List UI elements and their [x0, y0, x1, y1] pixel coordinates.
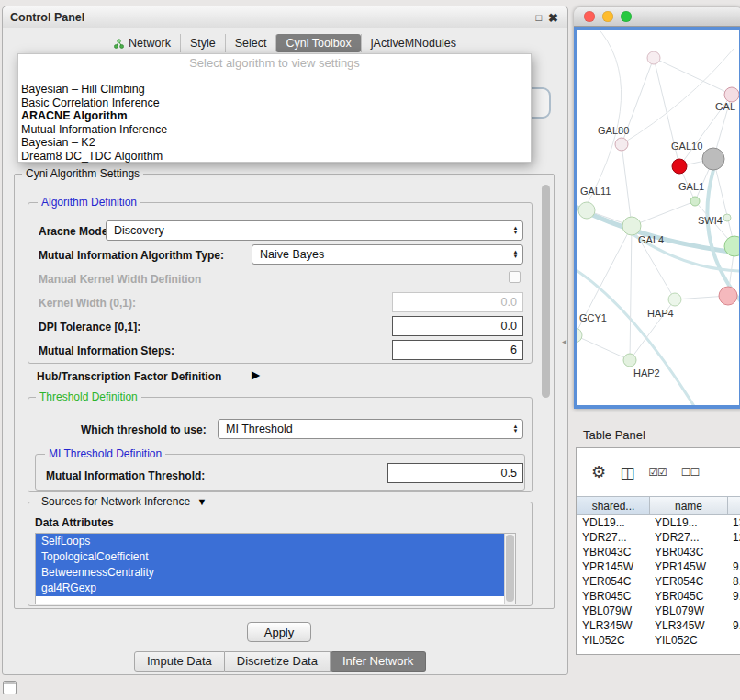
which-threshold-select[interactable]: MI Threshold ▲▼: [218, 419, 523, 439]
bottom-tab-discretize-data[interactable]: Discretize Data: [225, 651, 331, 672]
algorithm-option-basic-correlation-inference[interactable]: Basic Correlation Inference: [18, 96, 531, 110]
aracne-mode-value: Discovery: [107, 224, 509, 237]
kernel-width-input[interactable]: [392, 292, 523, 312]
collapse-down-icon[interactable]: ▼: [196, 496, 207, 507]
control-panel-titlebar[interactable]: Control Panel □ ✖: [3, 6, 567, 28]
algorithm-option-bayesian-k2[interactable]: Bayesian – K2: [18, 136, 531, 150]
sources-title[interactable]: Sources for Network Inference: [41, 495, 190, 508]
mi-steps-input[interactable]: [392, 340, 523, 360]
deselect-all-icon[interactable]: ☐☐: [681, 466, 700, 479]
network-node-gal10[interactable]: [672, 159, 687, 174]
table-cell: [727, 604, 740, 618]
algorithm-option-aracne-algorithm[interactable]: ARACNE Algorithm: [18, 109, 531, 123]
network-icon: [114, 39, 124, 49]
algorithm-option-bayesian-hill-climbing[interactable]: Bayesian – Hill Climbing: [18, 83, 531, 96]
mi-threshold-input[interactable]: [387, 463, 523, 483]
expand-right-icon[interactable]: ▶: [252, 368, 260, 381]
table-row[interactable]: YPR145WYPR145W9...: [577, 559, 740, 574]
bottom-tab-infer-network[interactable]: Infer Network: [331, 651, 426, 672]
divider-collapse-icon[interactable]: ◂: [562, 336, 566, 346]
close-window-icon[interactable]: ✖: [548, 11, 558, 25]
apply-button[interactable]: Apply: [247, 622, 311, 642]
zoom-traffic-light-icon[interactable]: [621, 11, 632, 22]
hub-section-label[interactable]: Hub/Transcription Factor Definition: [37, 370, 221, 383]
dpi-tolerance-input[interactable]: [392, 316, 523, 336]
float-window-icon[interactable]: □: [535, 12, 542, 23]
tab-cyni-toolbox[interactable]: Cyni Toolbox: [275, 34, 360, 52]
cyni-algorithm-settings-group: Cyni Algorithm Settings Algorithm Defini…: [14, 174, 555, 609]
column-header-name[interactable]: name: [649, 496, 727, 515]
settings-scrollbar[interactable]: [540, 177, 552, 605]
network-edge-band: [577, 267, 697, 409]
network-node-gal4[interactable]: [622, 217, 641, 235]
network-node-gcy1[interactable]: [577, 328, 582, 343]
algorithm-option-dream8-dc-tdc-algorithm[interactable]: Dream8 DC_TDC Algorithm: [18, 150, 531, 164]
bottom-tab-impute-data[interactable]: Impute Data: [134, 651, 225, 672]
network-window-titlebar[interactable]: [574, 7, 740, 27]
settings-scrollbar-thumb[interactable]: [542, 185, 550, 398]
tab-jactivemnodules[interactable]: jActiveMNodules: [361, 34, 465, 52]
aracne-mode-select[interactable]: Discovery ▲▼: [106, 220, 523, 241]
table-cell: YDR27...: [649, 530, 727, 545]
network-node-hap4[interactable]: [668, 293, 681, 306]
minimized-window-icon[interactable]: [3, 681, 17, 694]
network-node-gal80[interactable]: [615, 138, 628, 151]
table-row[interactable]: YDR27...YDR27...12...: [577, 530, 740, 545]
network-node-pink-right[interactable]: [719, 287, 737, 305]
attribute-betweennesscentrality[interactable]: BetweennessCentrality: [36, 565, 504, 581]
network-edge-band: [587, 30, 622, 205]
tab-select[interactable]: Select: [225, 34, 276, 52]
manual-kernel-checkbox[interactable]: [509, 271, 521, 283]
network-node-gal1[interactable]: [690, 197, 700, 206]
tab-label: jActiveMNodules: [371, 37, 456, 50]
column-header-shared[interactable]: shared...: [577, 496, 649, 515]
column-header-col-2[interactable]: [727, 496, 740, 515]
network-edge: [632, 201, 695, 226]
algorithm-option-mutual-information-inference[interactable]: Mutual Information Inference: [18, 123, 531, 137]
window-buttons: □ ✖: [535, 6, 558, 28]
table-cell: YLR345W: [649, 618, 727, 633]
attribute-gal4rgexp[interactable]: gal4RGexp: [36, 581, 504, 596]
table-row[interactable]: YBL079WYBL079W: [577, 604, 740, 618]
table-cell: YBR043C: [577, 545, 649, 559]
data-attributes-list[interactable]: SelfLoopsTopologicalCoefficientBetweenne…: [35, 533, 516, 604]
attribute-topologicalcoefficient[interactable]: TopologicalCoefficient: [36, 549, 504, 565]
table-row[interactable]: YER054CYER054C8...: [577, 574, 740, 589]
attribute-selfloops[interactable]: SelfLoops: [36, 534, 504, 549]
table-cell: YBR045C: [577, 589, 649, 604]
tab-style[interactable]: Style: [180, 34, 225, 52]
table-row[interactable]: YIL052CYIL052C: [577, 633, 740, 648]
attributes-list-scrollbar[interactable]: [504, 534, 515, 604]
network-node-hap2[interactable]: [623, 354, 636, 367]
table-cell: YDL19...: [649, 515, 727, 530]
table-row[interactable]: YBR043CYBR043C: [577, 545, 740, 559]
combo-arrows-icon: ▲▼: [509, 424, 522, 434]
network-node-gal-partial[interactable]: [724, 87, 739, 102]
tab-network[interactable]: Network: [105, 34, 180, 52]
kernel-width-label: Kernel Width (0,1):: [39, 297, 136, 310]
table-cell: 13...: [727, 515, 740, 530]
network-node-pale-top[interactable]: [647, 51, 660, 64]
network-node-gal11[interactable]: [578, 202, 595, 219]
mi-threshold-group-title: MI Threshold Definition: [45, 447, 165, 461]
mi-type-select[interactable]: Naive Bayes ▲▼: [252, 244, 523, 265]
network-graph[interactable]: GALGAL80GAL10GAL11GAL1SWI4GAL4GCY1HAP4HA…: [577, 30, 740, 409]
table-cell: YIL052C: [649, 633, 727, 648]
table-cell: YER054C: [649, 574, 727, 589]
tab-label: Select: [235, 37, 267, 50]
close-traffic-light-icon[interactable]: [584, 11, 595, 22]
minimize-traffic-light-icon[interactable]: [602, 11, 613, 22]
network-node-hub-gray[interactable]: [702, 148, 724, 170]
attributes-scrollbar-thumb[interactable]: [506, 535, 514, 602]
network-node-swi4[interactable]: [723, 214, 731, 221]
network-canvas-frame: GALGAL80GAL10GAL11GAL1SWI4GAL4GCY1HAP4HA…: [574, 27, 740, 409]
table-row[interactable]: YDL19...YDL19...13...: [577, 515, 740, 530]
select-all-icon[interactable]: ☑☑: [648, 466, 667, 479]
control-panel-window: Control Panel □ ✖ NetworkStyleSelectCyni…: [2, 6, 568, 675]
gear-icon[interactable]: ⚙: [591, 462, 605, 482]
columns-icon[interactable]: ◫: [620, 463, 633, 482]
table-row[interactable]: YBR045CYBR045C9...: [577, 589, 740, 604]
network-node-big-green[interactable]: [724, 236, 740, 256]
combo-arrows-icon: ▲▼: [509, 226, 522, 235]
table-row[interactable]: YLR345WYLR345W9...: [577, 618, 740, 633]
